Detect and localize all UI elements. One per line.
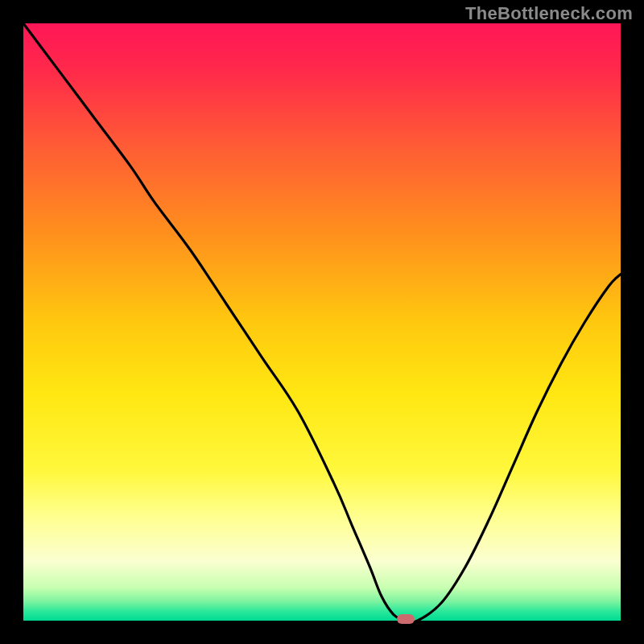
gradient-background: [23, 23, 621, 621]
optimal-marker: [397, 614, 415, 624]
watermark-text: TheBottleneck.com: [465, 3, 633, 24]
outer-frame: TheBottleneck.com: [0, 0, 644, 644]
bottleneck-plot: [23, 23, 621, 621]
